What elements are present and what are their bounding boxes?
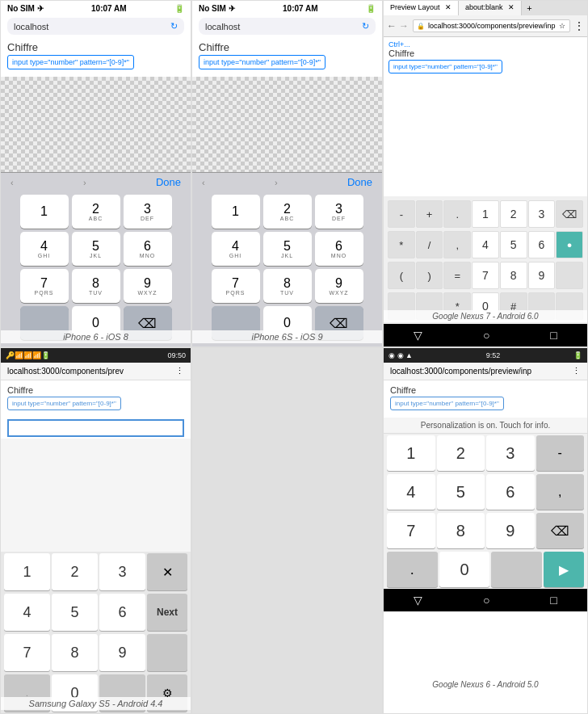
- iphone6s-done-btn[interactable]: Done: [347, 176, 372, 188]
- iphone6s-key-6[interactable]: 6 MNO: [315, 232, 363, 266]
- nexus6-key-2[interactable]: 2: [437, 435, 485, 471]
- iphone6-next-btn[interactable]: ›: [83, 178, 86, 187]
- nexus6-key-3[interactable]: 3: [486, 435, 535, 471]
- nexus7-key-minus[interactable]: -: [388, 200, 415, 228]
- nexus6-key-go[interactable]: ▶: [544, 552, 584, 587]
- nexus6-key-8[interactable]: 8: [437, 513, 485, 548]
- iphone6s-key-8[interactable]: 8 TUV: [263, 269, 312, 303]
- nexus7-key-8[interactable]: 8: [500, 262, 527, 289]
- iphone6s-key-3[interactable]: 3 DEF: [315, 195, 363, 229]
- nexus6-key-9[interactable]: 9: [486, 513, 535, 548]
- samsung-menu-icon[interactable]: ⋮: [175, 366, 184, 376]
- forward-icon[interactable]: →: [399, 20, 409, 32]
- nexus7-key-delete[interactable]: ⌫: [556, 200, 583, 228]
- samsung-key-6[interactable]: 6: [99, 594, 145, 631]
- samsung-key-8[interactable]: 8: [52, 634, 98, 671]
- nexus7-key-green[interactable]: ●: [556, 231, 583, 258]
- star-icon[interactable]: ☆: [559, 22, 565, 30]
- nexus6-address-bar[interactable]: localhost:3000/components/preview/inp ⋮: [384, 363, 587, 380]
- iphone6-key-6[interactable]: 6 MNO: [124, 232, 172, 266]
- nexus7-address-bar[interactable]: 🔒 localhost:3000/components/preview/inp …: [413, 19, 570, 32]
- iphone6-key-8[interactable]: 8 TUV: [72, 269, 120, 303]
- close-icon-2[interactable]: ✕: [508, 3, 514, 11]
- nexus7-key-5[interactable]: 5: [500, 231, 527, 258]
- nexus7-tab-preview[interactable]: Preview Layout ✕: [384, 1, 459, 15]
- nexus6-field-label: Chiffre: [390, 385, 581, 395]
- samsung-key-5[interactable]: 5: [52, 594, 98, 631]
- iphone6s-key-7[interactable]: 7 PQRS: [212, 269, 260, 303]
- refresh-icon-6s[interactable]: ↻: [362, 21, 369, 32]
- nexus7-key-2[interactable]: 2: [500, 200, 527, 228]
- nexus7-key-comma[interactable]: ,: [443, 231, 471, 258]
- nexus7-key-7[interactable]: 7: [472, 262, 499, 289]
- nexus6-key-0[interactable]: 0: [439, 552, 490, 587]
- nexus6-key-minus[interactable]: -: [536, 435, 585, 471]
- iphone6-key-5[interactable]: 5 JKL: [72, 232, 120, 266]
- iphone6s-address-bar[interactable]: localhost ↻: [199, 18, 376, 35]
- nexus6-key-4[interactable]: 4: [387, 474, 435, 510]
- iphone6s-key-4[interactable]: 4 GHI: [212, 232, 260, 266]
- nexus7-content: Ctrl+... Chiffre input type="number" pat…: [384, 37, 587, 79]
- iphone6-key-7[interactable]: 7 PQRS: [20, 269, 69, 303]
- samsung-key-next[interactable]: Next: [147, 594, 187, 631]
- nexus7-key-dot[interactable]: .: [443, 200, 471, 228]
- nexus7-key-4[interactable]: 4: [472, 231, 499, 258]
- nexus7-home-btn[interactable]: ○: [483, 329, 489, 342]
- iphone6-prev-btn[interactable]: ‹: [10, 178, 14, 187]
- main-container: No SIM ✈ 10:07 AM 🔋 localhost ↻ Chiffre …: [0, 0, 588, 714]
- back-icon[interactable]: ←: [387, 20, 397, 32]
- nexus7-key-close-paren[interactable]: ): [416, 262, 443, 289]
- new-tab-icon[interactable]: +: [522, 1, 536, 15]
- nexus6-personalization[interactable]: Personalization is on. Touch for info.: [384, 418, 587, 434]
- nexus6-key-5[interactable]: 5: [437, 474, 485, 510]
- refresh-icon[interactable]: ↻: [170, 21, 178, 32]
- iphone6s-key-2[interactable]: 2 ABC: [263, 195, 312, 229]
- iphone6s-prev-btn[interactable]: ‹: [202, 178, 205, 187]
- menu-icon[interactable]: ⋮: [574, 20, 584, 32]
- samsung-key-3[interactable]: 3: [99, 553, 145, 590]
- nexus7-key-1[interactable]: 1: [472, 200, 499, 228]
- nexus7-key-open-paren[interactable]: (: [388, 262, 415, 289]
- nexus7-tab-blank[interactable]: about:blank ✕: [459, 1, 522, 15]
- nexus6-key-6[interactable]: 6: [486, 474, 535, 510]
- nexus6-key-dot[interactable]: .: [387, 552, 438, 587]
- samsung-key-2[interactable]: 2: [52, 553, 98, 590]
- nexus7-key-div[interactable]: /: [416, 231, 443, 258]
- iphone6s-next-btn[interactable]: ›: [275, 178, 278, 187]
- samsung-input-field[interactable]: [7, 419, 184, 437]
- close-icon[interactable]: ✕: [445, 3, 452, 11]
- samsung-key-4[interactable]: 4: [4, 594, 50, 631]
- nexus6-key-delete[interactable]: ⌫: [536, 513, 585, 548]
- nexus7-key-9[interactable]: 9: [528, 262, 556, 289]
- iphone6-key-9[interactable]: 9 WXYZ: [124, 269, 172, 303]
- iphone6-toolbar: ‹ › Done: [1, 172, 191, 191]
- nexus6-recent-btn[interactable]: □: [550, 594, 556, 607]
- nexus6-key-1[interactable]: 1: [387, 435, 435, 471]
- nexus6-key-comma[interactable]: ,: [536, 474, 585, 510]
- samsung-key-1[interactable]: 1: [4, 553, 50, 590]
- nexus7-key-6[interactable]: 6: [528, 231, 556, 258]
- nexus7-key-3[interactable]: 3: [528, 200, 556, 228]
- iphone6-key-4[interactable]: 4 GHI: [20, 232, 69, 266]
- nexus6-key-7[interactable]: 7: [387, 513, 435, 548]
- nexus6-back-btn[interactable]: ▽: [414, 594, 422, 607]
- nexus7-key-plus[interactable]: +: [416, 200, 443, 228]
- iphone6-key-3[interactable]: 3 DEF: [124, 195, 172, 229]
- nexus7-key-eq[interactable]: =: [443, 262, 471, 289]
- iphone6-address-bar[interactable]: localhost ↻: [7, 18, 184, 35]
- samsung-key-7[interactable]: 7: [4, 634, 50, 671]
- nexus7-key-mul[interactable]: *: [388, 231, 415, 258]
- iphone6s-key-1[interactable]: 1: [212, 195, 260, 229]
- nexus6-menu-icon[interactable]: ⋮: [572, 366, 581, 376]
- iphone6-key-1[interactable]: 1: [20, 195, 69, 229]
- nexus6-home-btn[interactable]: ○: [483, 594, 489, 607]
- nexus7-back-btn[interactable]: ▽: [414, 329, 422, 342]
- samsung-key-9[interactable]: 9: [99, 634, 145, 671]
- nexus7-recent-btn[interactable]: □: [550, 329, 556, 342]
- iphone6-key-2[interactable]: 2 ABC: [72, 195, 120, 229]
- iphone6s-key-5[interactable]: 5 JKL: [263, 232, 312, 266]
- samsung-address-bar[interactable]: localhost:3000/components/prev ⋮: [1, 363, 191, 380]
- iphone6s-key-9[interactable]: 9 WXYZ: [315, 269, 363, 303]
- iphone6-done-btn[interactable]: Done: [156, 176, 181, 188]
- samsung-key-delete[interactable]: ✕: [147, 553, 187, 590]
